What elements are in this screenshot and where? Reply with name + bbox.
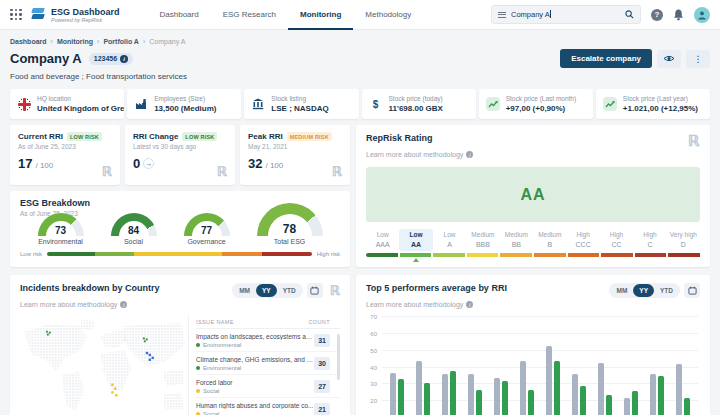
right-arrow-icon: → bbox=[143, 158, 154, 169]
gauge-environmental: 73 Environmental bbox=[38, 213, 84, 245]
bar-top-5-average bbox=[684, 398, 690, 415]
toggle-yy[interactable]: YY bbox=[256, 284, 277, 297]
bar-group bbox=[650, 317, 664, 415]
selected-rating-cell: LowAA bbox=[399, 229, 432, 251]
toggle-mm[interactable]: MM bbox=[610, 284, 633, 297]
methodology-link[interactable]: Learn more about methodologyi bbox=[366, 151, 473, 158]
info-card-hq-location: HQ location United Kingdom of Great... bbox=[10, 89, 124, 119]
search-input[interactable]: Company A bbox=[491, 5, 641, 24]
incidents-table-header: ISSUE NAME COUNT bbox=[196, 316, 340, 329]
bar-company bbox=[390, 373, 396, 415]
reprisk-rating-card: RepRisk Rating Learn more about methodol… bbox=[356, 125, 710, 267]
factory-icon bbox=[134, 97, 148, 111]
category-dot bbox=[196, 366, 200, 370]
search-icon[interactable] bbox=[625, 10, 634, 19]
risk-badge: MEDIUM RISK bbox=[287, 132, 332, 141]
bar-group bbox=[390, 317, 404, 415]
toggle-mm[interactable]: MM bbox=[233, 284, 256, 297]
rating-marker bbox=[413, 258, 419, 262]
nav-esg-research[interactable]: ESG Research bbox=[211, 0, 288, 30]
breadcrumb-company-a: Company A bbox=[149, 38, 185, 45]
top5-chart-plot bbox=[382, 317, 698, 415]
info-icon[interactable]: i bbox=[120, 55, 128, 63]
calendar-button[interactable] bbox=[684, 283, 700, 298]
app-launcher-icon[interactable] bbox=[10, 9, 22, 21]
incident-row[interactable]: Forced labor Social 27 bbox=[196, 375, 340, 398]
person-icon bbox=[697, 10, 707, 20]
table-scrollbar[interactable] bbox=[337, 334, 340, 380]
bar-company bbox=[624, 398, 630, 415]
nav-dashboard[interactable]: Dashboard bbox=[148, 0, 211, 30]
nav-monitoring[interactable]: Monitoring bbox=[288, 0, 353, 30]
help-icon[interactable]: ? bbox=[651, 9, 663, 21]
bar-company bbox=[598, 363, 604, 415]
category-dot bbox=[196, 343, 200, 347]
risk-badge: LOW RISK bbox=[182, 132, 217, 141]
search-menu-icon[interactable] bbox=[498, 12, 506, 18]
uk-flag-icon bbox=[18, 98, 31, 111]
breadcrumb-dashboard[interactable]: Dashboard bbox=[10, 38, 47, 45]
incidents-title: Incidents breakdown by Country bbox=[20, 283, 160, 293]
bar-company bbox=[650, 374, 656, 415]
bar-top-5-average bbox=[606, 395, 612, 415]
bar-company bbox=[572, 374, 578, 415]
more-options-kebab-button[interactable]: ⋮ bbox=[686, 50, 710, 68]
card-title: Current RRI bbox=[18, 132, 63, 141]
bar-top-5-average bbox=[502, 381, 508, 415]
bar-group bbox=[468, 317, 482, 415]
company-description: Food and beverage ; Food transportation … bbox=[10, 72, 710, 81]
rri-value: 17 bbox=[18, 156, 32, 171]
top5-performers-card: Top 5 performers average by RRI Learn mo… bbox=[356, 275, 710, 415]
bar-top-5-average bbox=[658, 376, 664, 415]
current-rri-card: Current RRI LOW RISK As of June 25, 2023… bbox=[10, 125, 120, 185]
bar-top-5-average bbox=[476, 390, 482, 415]
escalate-company-button[interactable]: Escalate company bbox=[560, 49, 652, 68]
y-tick-label: 30 bbox=[370, 381, 377, 387]
reprisk-logo-icon: ℝ bbox=[102, 164, 112, 179]
bar-company bbox=[416, 361, 422, 415]
nav-methodology[interactable]: Methodology bbox=[353, 0, 423, 30]
notifications-bell-icon[interactable] bbox=[673, 9, 684, 21]
logo-subtitle: Powered by RepRisk bbox=[51, 17, 120, 23]
card-subtitle: As of June 25, 2023 bbox=[18, 143, 112, 150]
chart-y-axis: 010203040506070 bbox=[366, 317, 379, 415]
toggle-ytd[interactable]: YTD bbox=[277, 284, 302, 297]
toggle-yy[interactable]: YY bbox=[633, 284, 654, 297]
esg-breakdown-card: ESG Breakdown As of June 25, 2023 73 Env… bbox=[10, 191, 350, 267]
incident-row[interactable]: Human rights abuses and corporate co... … bbox=[196, 398, 340, 415]
watch-eye-button[interactable] bbox=[657, 50, 681, 68]
reprisk-logo-icon: ℝ bbox=[332, 164, 342, 179]
methodology-link[interactable]: Learn more about methodologyi bbox=[20, 301, 127, 308]
top5-title: Top 5 performers average by RRI bbox=[366, 283, 507, 293]
calendar-icon bbox=[310, 286, 319, 295]
incident-row[interactable]: Climate change, GHG emissions, and gl...… bbox=[196, 352, 340, 375]
methodology-link[interactable]: Learn more about methodologyi bbox=[366, 301, 473, 308]
toggle-ytd[interactable]: YTD bbox=[654, 284, 679, 297]
calendar-icon bbox=[688, 286, 697, 295]
info-label: HQ location bbox=[37, 95, 124, 102]
risk-scale-legend: Low risk High risk bbox=[20, 251, 340, 257]
incident-count: 31 bbox=[314, 334, 330, 347]
rri-change-card: RRI Change LOW RISK Latest vs 30 days ag… bbox=[125, 125, 235, 185]
bar-group bbox=[676, 317, 690, 415]
search-value: Company A bbox=[511, 10, 550, 19]
bar-top-5-average bbox=[554, 361, 560, 415]
breadcrumb-separator: › bbox=[143, 38, 145, 45]
user-avatar[interactable] bbox=[694, 7, 710, 23]
bar-group bbox=[416, 317, 430, 415]
trend-up-icon bbox=[486, 97, 500, 111]
rating-scale-grid: LowAAA LowAA LowA MediumBBB MediumBB Med… bbox=[366, 229, 700, 251]
rating-color-bar bbox=[366, 253, 700, 257]
incident-row[interactable]: Impacts on landscapes, ecosystems an... … bbox=[196, 329, 340, 352]
bar-group bbox=[598, 317, 612, 415]
calendar-button[interactable] bbox=[307, 283, 323, 298]
risk-gradient-bar bbox=[47, 252, 312, 256]
rri-suffix: / 100 bbox=[35, 161, 53, 170]
bar-company bbox=[546, 346, 552, 415]
company-id-badge: 123456 i bbox=[89, 53, 133, 65]
bar-group bbox=[442, 317, 456, 415]
risk-badge: LOW RISK bbox=[67, 132, 102, 141]
breadcrumb-portfolio-a[interactable]: Portfolio A bbox=[103, 38, 139, 45]
breadcrumb-monitoring[interactable]: Monitoring bbox=[57, 38, 93, 45]
breadcrumb-separator: › bbox=[51, 38, 53, 45]
